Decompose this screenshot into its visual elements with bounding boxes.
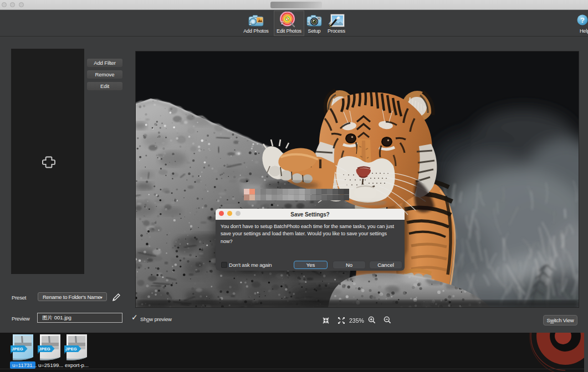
- svg-text:JPEG: JPEG: [12, 347, 23, 352]
- svg-text:?: ?: [580, 16, 585, 24]
- svg-text:JPEG: JPEG: [65, 347, 77, 352]
- svg-text:JPEG: JPEG: [39, 347, 50, 352]
